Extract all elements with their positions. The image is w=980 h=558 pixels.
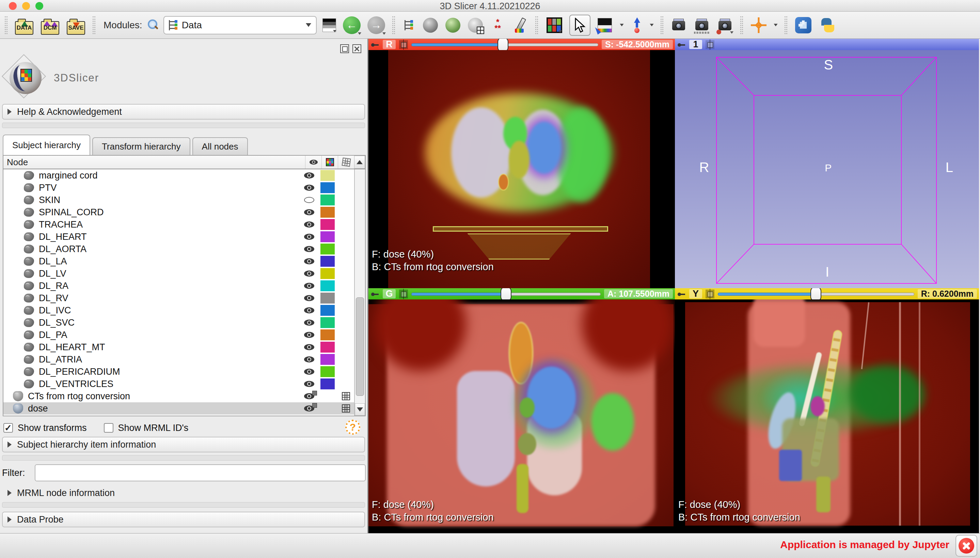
node-color-cell[interactable] [317,195,338,205]
node-color-cell[interactable] [317,330,338,340]
toolbar-grip[interactable] [535,16,538,34]
mrml-node-info-section[interactable]: MRML node information [2,485,365,501]
sh-item-info-section[interactable]: Subject hierarchy item information [2,437,365,452]
tree-row[interactable]: DL_SVC [3,317,354,329]
node-color-cell[interactable] [317,379,338,389]
tree-row[interactable]: DL_HEART_MT [3,341,354,353]
visibility-toggle[interactable] [301,320,317,326]
slider-handle[interactable] [501,288,512,301]
visibility-toggle[interactable] [301,283,317,289]
scene-view-capture-button[interactable] [693,15,711,36]
tree-row[interactable]: margined cord [3,169,354,182]
toolbar-grip[interactable] [661,16,663,34]
visibility-toggle[interactable] [301,197,317,203]
pushpin-icon[interactable] [370,41,380,48]
load-dicom-button[interactable]: DCM [39,15,61,36]
tree-header-visibility-column[interactable] [305,156,321,169]
node-color-cell[interactable] [317,170,338,181]
spin-icon[interactable] [705,40,714,49]
visibility-toggle[interactable] [301,344,317,350]
layout-selector-button[interactable] [544,15,564,36]
node-color-cell[interactable] [317,268,338,279]
pushpin-icon[interactable] [370,290,380,297]
screenshot-button[interactable] [669,15,688,36]
save-button[interactable]: SAVE [65,15,87,36]
axial-slice-viewport[interactable]: F: dose (40%) B: CTs from rtog conversio… [368,50,675,288]
visibility-toggle[interactable] [301,271,317,277]
slider-handle[interactable] [497,39,509,52]
tab-all-nodes[interactable]: All nodes [192,137,248,155]
node-color-cell[interactable] [317,219,338,230]
green-slice-slider[interactable] [411,289,600,299]
scroll-down-button[interactable] [355,403,365,415]
scrollbar-thumb[interactable] [356,297,364,396]
slider-handle[interactable] [810,288,821,301]
tree-row[interactable]: SPINAL_CORD [3,206,354,218]
slice-link-icon[interactable] [399,290,408,299]
node-color-cell[interactable] [317,293,338,304]
toolbar-grip[interactable] [5,16,8,34]
mouse-interaction-button[interactable] [569,15,591,36]
tree-row[interactable]: dose [3,402,354,415]
visibility-toggle[interactable] [301,356,317,363]
visibility-toggle[interactable] [301,222,317,228]
annotations-module-button[interactable] [512,15,529,36]
visibility-toggle[interactable] [301,393,317,399]
load-data-button[interactable]: DATA [14,15,35,36]
chevron-down-icon[interactable] [774,24,777,26]
yellow-slice-slider[interactable] [718,289,914,299]
extensions-manager-button[interactable] [793,15,813,36]
node-color-cell[interactable] [317,244,338,254]
tree-row[interactable]: DL_AORTA [3,243,354,255]
tree-row[interactable]: DL_LA [3,255,354,268]
visibility-toggle[interactable] [301,209,317,215]
pushpin-icon[interactable] [677,290,686,297]
tree-scrollbar[interactable] [354,169,365,415]
visibility-toggle[interactable] [301,258,317,264]
module-history-button[interactable] [321,15,337,36]
filter-input[interactable] [35,464,366,481]
tree-row[interactable]: DL_HEART [3,231,354,243]
node-color-cell[interactable] [317,305,338,316]
tree-row[interactable]: DL_VENTRICLES [3,378,354,390]
red-slice-slider[interactable] [411,39,598,50]
show-mrml-ids-checkbox[interactable] [104,423,113,433]
tree-row[interactable]: PTV [3,182,354,194]
segment-editor-button[interactable] [466,15,484,36]
tree-row[interactable]: DL_ATRIA [3,353,354,366]
toolbar-grip[interactable] [740,16,743,34]
node-color-cell[interactable] [317,231,338,242]
models-module-button[interactable] [444,15,462,36]
tree-row[interactable]: DL_IVC [3,304,354,317]
sagittal-slice-viewport[interactable]: F: dose (40%) B: CTs from rtog conversio… [675,299,979,533]
subject-hierarchy-module-button[interactable] [401,15,417,36]
visibility-toggle[interactable] [301,234,317,240]
node-color-cell[interactable] [317,182,338,193]
dismiss-notification-button[interactable] [955,535,977,556]
visibility-toggle[interactable] [301,172,317,179]
tree-row[interactable]: CTs from rtog conversion [3,390,354,402]
tab-transform-hierarchy[interactable]: Transform hierarchy [92,137,190,155]
node-color-cell[interactable] [317,317,338,328]
tree-row[interactable]: TRACHEA [3,218,354,231]
module-forward-button[interactable]: → [366,15,386,36]
threed-viewport[interactable]: S I R L P [675,50,979,288]
python-console-button[interactable] [818,15,838,36]
node-color-cell[interactable] [317,281,338,291]
close-panel-icon[interactable] [352,44,361,53]
node-color-cell[interactable] [317,256,338,267]
node-transform-cell[interactable] [338,404,354,412]
module-selector[interactable]: Data [164,16,317,34]
tree-row[interactable]: SKIN [3,194,354,206]
scene-view-restore-button[interactable] [716,15,734,36]
visibility-toggle[interactable] [301,246,317,252]
tree-row[interactable]: DL_PERICARDIUM [3,366,354,378]
visibility-toggle[interactable] [301,381,317,387]
visibility-toggle[interactable] [301,369,317,375]
tree-header-color-column[interactable] [321,156,338,169]
tab-subject-hierarchy[interactable]: Subject hierarchy [3,135,90,155]
visibility-toggle[interactable] [301,295,317,301]
node-color-cell[interactable] [317,354,338,365]
toolbar-grip[interactable] [93,16,95,34]
toolbar-grip[interactable] [785,16,787,34]
